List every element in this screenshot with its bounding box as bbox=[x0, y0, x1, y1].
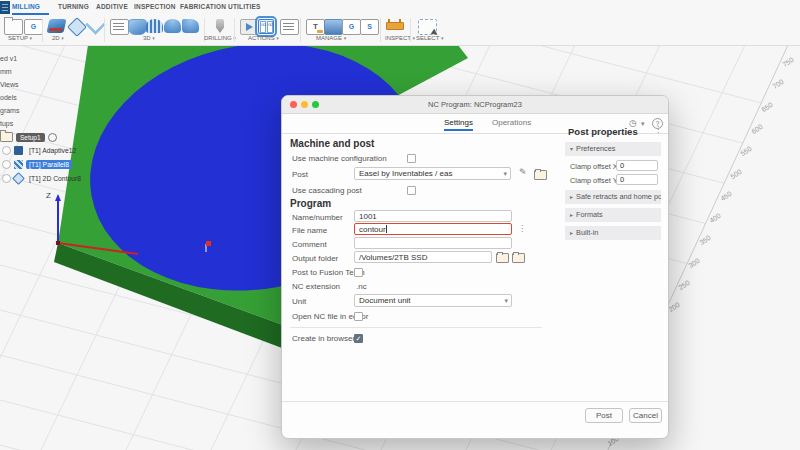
file-name-options-icon[interactable]: ⋮ bbox=[518, 224, 526, 233]
operation-label[interactable]: [T1] 2D Contour8 bbox=[26, 174, 84, 183]
clamp-offset-y-input[interactable]: 0 bbox=[616, 174, 658, 185]
open-nc-file-checkbox[interactable] bbox=[354, 312, 363, 321]
name-number-label: Name/number bbox=[292, 213, 343, 222]
operation-row[interactable]: [T1] Adaptive12 bbox=[0, 146, 79, 155]
tab-utilities[interactable]: UTILITIES bbox=[228, 3, 261, 10]
ribbon-toolbar: MILLING TURNING ADDITIVE INSPECTION FABR… bbox=[0, 0, 800, 46]
tool-library-icon[interactable]: T bbox=[306, 19, 325, 35]
tab-inspection[interactable]: INSPECTION bbox=[134, 3, 176, 10]
dialog-tab-operations[interactable]: Operations bbox=[492, 118, 531, 127]
group-label-2d[interactable]: 2D ▾ bbox=[52, 35, 64, 41]
unit-select[interactable]: Document unit ▾ bbox=[354, 294, 512, 307]
2d-adaptive-icon[interactable] bbox=[67, 17, 87, 37]
machine-library-icon[interactable] bbox=[324, 19, 343, 35]
operation-label[interactable]: [T1] Parallel8 bbox=[26, 160, 72, 169]
group-label-select[interactable]: SELECT ▾ bbox=[416, 35, 443, 41]
name-number-input[interactable]: 1001 bbox=[354, 210, 512, 222]
operation-row[interactable]: [T1] Parallel8 bbox=[0, 160, 72, 169]
group-label-manage[interactable]: MANAGE ▾ bbox=[316, 35, 346, 41]
output-folder-label: Output folder bbox=[292, 254, 338, 263]
create-in-browser-checkbox[interactable]: ✓ bbox=[354, 334, 363, 343]
wcs-origin bbox=[56, 241, 60, 245]
open-output-folder-icon[interactable] bbox=[496, 253, 508, 263]
tab-additive[interactable]: ADDITIVE bbox=[96, 3, 128, 10]
browser-item-setups[interactable]: tups bbox=[0, 120, 13, 127]
file-name-input[interactable]: contour bbox=[354, 223, 512, 235]
browse-output-folder-icon[interactable] bbox=[512, 253, 524, 263]
operation-row[interactable]: [T1] 2D Contour8 bbox=[0, 174, 84, 183]
edit-post-pencil-icon[interactable]: ✎ bbox=[519, 167, 527, 177]
template-library-icon[interactable]: S bbox=[360, 19, 379, 35]
select-icon[interactable] bbox=[418, 19, 437, 35]
post-button[interactable]: Post bbox=[585, 408, 623, 423]
folder-icon bbox=[0, 132, 13, 142]
safe-retracts-section-header[interactable]: ▸Safe retracts and home positioning bbox=[565, 190, 661, 204]
3d-spiral-icon[interactable] bbox=[182, 19, 199, 33]
post-select[interactable]: Easel by Inventables / eas ▾ bbox=[354, 167, 511, 180]
group-label-3d[interactable]: 3D ▾ bbox=[143, 35, 155, 41]
built-in-section-header[interactable]: ▸Built-in bbox=[565, 226, 661, 240]
toolbar-divider bbox=[42, 18, 43, 42]
post-to-fusion-team-checkbox[interactable] bbox=[354, 268, 363, 277]
post-properties-menu-icon[interactable]: ⋮ bbox=[654, 125, 662, 134]
chevron-down-icon[interactable]: ▾ bbox=[641, 120, 645, 128]
dialog-titlebar[interactable]: NC Program: NCProgram23 bbox=[282, 96, 668, 114]
2d-contour-icon[interactable] bbox=[85, 14, 106, 35]
tab-fabrication[interactable]: FABRICATION bbox=[180, 3, 226, 10]
file-name-label: File name bbox=[292, 226, 327, 235]
new-setup-icon[interactable] bbox=[4, 19, 23, 35]
operation-label[interactable]: [T1] Adaptive12 bbox=[26, 146, 79, 155]
3d-scallop-icon[interactable] bbox=[164, 19, 181, 33]
contour-toolpath-icon bbox=[12, 172, 25, 185]
entry-point-flag bbox=[206, 241, 211, 246]
measure-icon[interactable] bbox=[386, 22, 404, 30]
nc-program-dialog: NC Program: NCProgram23 Settings Operati… bbox=[281, 95, 669, 439]
post-process-icon[interactable]: G1 G2 bbox=[258, 19, 274, 34]
output-folder-input[interactable]: /Volumes/2TB SSD bbox=[354, 251, 492, 263]
application-menu-icon[interactable] bbox=[0, 1, 10, 14]
operation-status-icon bbox=[2, 174, 11, 183]
browser-item-document[interactable]: ed v1 bbox=[0, 55, 17, 62]
3d-parallel-icon[interactable] bbox=[146, 19, 163, 33]
simulate-icon[interactable] bbox=[240, 19, 259, 35]
radio-icon bbox=[48, 133, 57, 142]
preferences-section-header[interactable]: ▾Preferences bbox=[565, 142, 661, 156]
form-divider bbox=[290, 327, 542, 328]
comment-label: Comment bbox=[292, 240, 327, 249]
browser-item-named-views[interactable]: Views bbox=[0, 81, 19, 88]
use-machine-configuration-checkbox[interactable] bbox=[407, 154, 416, 163]
create-in-browser-label: Create in browser bbox=[292, 334, 355, 343]
browser-setup-row[interactable]: Setup1 bbox=[0, 132, 57, 142]
post-select-value: Easel by Inventables / eas bbox=[359, 169, 452, 178]
use-cascading-post-label: Use cascading post bbox=[292, 186, 362, 195]
cancel-button[interactable]: Cancel bbox=[629, 408, 662, 423]
browser-item-models[interactable]: odels bbox=[0, 94, 17, 101]
post-folder-icon[interactable] bbox=[534, 170, 546, 180]
tab-turning[interactable]: TURNING bbox=[58, 3, 89, 10]
new-nc-program-icon[interactable]: G bbox=[24, 19, 43, 35]
nc-extension-value: .nc bbox=[356, 282, 367, 291]
setup-sheet-icon[interactable] bbox=[280, 19, 299, 35]
setup-label[interactable]: Setup1 bbox=[16, 133, 45, 142]
toolbar-divider bbox=[104, 18, 105, 42]
clamp-offset-x-input[interactable]: 0 bbox=[616, 160, 658, 171]
group-label-drilling[interactable]: DRILLING ▾ bbox=[204, 35, 236, 41]
toolbar-divider bbox=[410, 18, 411, 42]
browser-item-nc-programs[interactable]: grams bbox=[0, 107, 19, 114]
drilling-icon[interactable] bbox=[216, 19, 224, 33]
browser-item-units[interactable]: mm bbox=[0, 68, 12, 75]
group-label-setup[interactable]: SETUP ▾ bbox=[8, 35, 32, 41]
2d-pocket-icon[interactable] bbox=[47, 19, 67, 33]
3d-pocket-icon[interactable] bbox=[128, 19, 147, 35]
3d-adaptive-icon[interactable] bbox=[110, 19, 129, 35]
formats-section-header[interactable]: ▸Formats bbox=[565, 208, 661, 222]
z-axis-arrow bbox=[55, 194, 61, 201]
tab-milling[interactable]: MILLING bbox=[12, 3, 40, 10]
group-label-actions[interactable]: ACTIONS ▾ bbox=[248, 35, 279, 41]
post-library-icon[interactable]: G bbox=[342, 19, 361, 35]
toolbar-divider bbox=[380, 18, 381, 42]
comment-input[interactable] bbox=[354, 237, 512, 249]
clamp-offset-y-label: Clamp offset Y bbox=[570, 176, 618, 185]
use-cascading-post-checkbox[interactable] bbox=[407, 186, 416, 195]
dialog-tab-settings[interactable]: Settings bbox=[444, 118, 473, 131]
